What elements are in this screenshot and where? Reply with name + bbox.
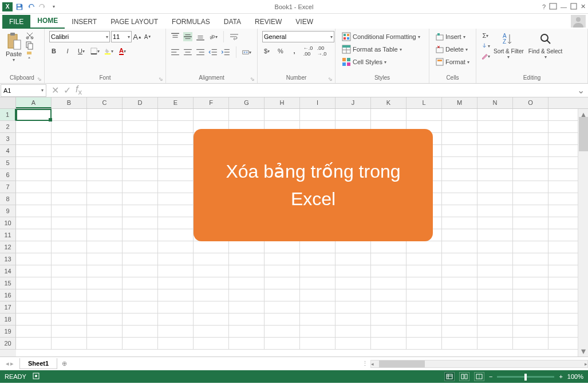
cell[interactable]: [513, 326, 548, 337]
cell[interactable]: [87, 326, 123, 337]
cell[interactable]: [123, 169, 158, 181]
cell[interactable]: [194, 326, 229, 337]
column-header[interactable]: A: [16, 97, 52, 108]
cell[interactable]: [123, 265, 158, 277]
cell[interactable]: [158, 229, 194, 241]
cell[interactable]: [265, 326, 300, 337]
help-icon[interactable]: ?: [542, 3, 546, 10]
cell[interactable]: [477, 145, 513, 156]
row-header[interactable]: 5: [0, 157, 16, 169]
cell[interactable]: [336, 338, 371, 349]
cell[interactable]: [300, 289, 336, 301]
cell[interactable]: [371, 289, 407, 301]
cell[interactable]: [123, 121, 158, 132]
cell[interactable]: [52, 133, 87, 144]
page-break-view-icon[interactable]: [474, 372, 484, 381]
row-header[interactable]: 2: [0, 121, 16, 133]
cell[interactable]: [336, 253, 371, 265]
column-header[interactable]: D: [123, 97, 158, 108]
normal-view-icon[interactable]: [444, 372, 455, 381]
sheet-nav-prev-icon[interactable]: ◂: [6, 360, 9, 367]
cell[interactable]: [123, 253, 158, 265]
zoom-slider[interactable]: [497, 376, 554, 378]
column-header[interactable]: M: [442, 97, 477, 108]
column-header[interactable]: K: [371, 97, 407, 108]
cell[interactable]: [513, 301, 548, 313]
cell[interactable]: [300, 265, 336, 277]
column-header[interactable]: H: [265, 97, 300, 108]
cell[interactable]: [158, 338, 194, 349]
cell[interactable]: [123, 229, 158, 241]
cell[interactable]: [265, 277, 300, 289]
column-header[interactable]: E: [158, 97, 194, 108]
tab-home[interactable]: HOME: [30, 14, 65, 29]
row-header[interactable]: 1: [0, 109, 16, 121]
cell[interactable]: [477, 109, 513, 120]
cell[interactable]: [513, 277, 548, 289]
cell[interactable]: [477, 181, 513, 193]
cell[interactable]: [87, 241, 123, 253]
cell[interactable]: [158, 145, 194, 156]
cell[interactable]: [513, 193, 548, 205]
cell[interactable]: [407, 265, 442, 277]
cell[interactable]: [442, 217, 477, 229]
cell[interactable]: [513, 289, 548, 301]
cell[interactable]: [87, 338, 123, 349]
column-header[interactable]: B: [52, 97, 87, 108]
cell[interactable]: [229, 241, 265, 253]
cell-styles-button[interactable]: Cell Styles▾: [340, 56, 388, 68]
cell[interactable]: [336, 241, 371, 253]
cell[interactable]: [52, 289, 87, 301]
number-launcher-icon[interactable]: ⬂: [328, 76, 334, 82]
tab-formulas[interactable]: FORMULAS: [165, 15, 217, 29]
column-header[interactable]: L: [407, 97, 442, 108]
orientation-icon[interactable]: ab▾: [208, 32, 218, 41]
align-bottom-icon[interactable]: [196, 32, 205, 41]
cell[interactable]: [442, 229, 477, 241]
cell[interactable]: [87, 169, 123, 181]
cell[interactable]: [300, 241, 336, 253]
cell[interactable]: [477, 157, 513, 169]
cell[interactable]: [407, 326, 442, 337]
bold-icon[interactable]: B: [49, 46, 58, 56]
cell[interactable]: [371, 241, 407, 253]
italic-icon[interactable]: I: [63, 46, 72, 56]
cell[interactable]: [442, 314, 477, 325]
column-header[interactable]: J: [336, 97, 371, 108]
cell[interactable]: [371, 326, 407, 337]
cell[interactable]: [265, 314, 300, 325]
cell[interactable]: [513, 157, 548, 169]
cell[interactable]: [123, 205, 158, 217]
format-painter-icon[interactable]: [25, 50, 34, 60]
cell[interactable]: [194, 277, 229, 289]
cell[interactable]: [87, 157, 123, 169]
fill-color-icon[interactable]: ▾: [104, 46, 113, 56]
add-sheet-button[interactable]: ⊕: [57, 358, 72, 369]
cell[interactable]: [16, 145, 52, 156]
cell[interactable]: [477, 241, 513, 253]
cell[interactable]: [300, 253, 336, 265]
column-header[interactable]: C: [87, 97, 123, 108]
cell[interactable]: [477, 301, 513, 313]
cell[interactable]: [52, 265, 87, 277]
cell[interactable]: [16, 133, 52, 144]
cell[interactable]: [229, 277, 265, 289]
cell[interactable]: [158, 205, 194, 217]
find-select-button[interactable]: Find & Select▾: [527, 31, 563, 61]
cell[interactable]: [229, 253, 265, 265]
column-header[interactable]: O: [513, 97, 548, 108]
cell[interactable]: [158, 253, 194, 265]
format-as-table-button[interactable]: Format as Table▾: [340, 44, 404, 55]
cell[interactable]: [265, 253, 300, 265]
increase-decimal-icon[interactable]: ←.0.00: [303, 46, 313, 56]
cell[interactable]: [407, 277, 442, 289]
cell[interactable]: [52, 326, 87, 337]
cell[interactable]: [336, 265, 371, 277]
cell[interactable]: [477, 133, 513, 144]
cell[interactable]: [300, 277, 336, 289]
cell[interactable]: [52, 229, 87, 241]
cell[interactable]: [477, 205, 513, 217]
cell[interactable]: [442, 338, 477, 349]
cell[interactable]: [371, 314, 407, 325]
row-header[interactable]: 12: [0, 241, 16, 253]
